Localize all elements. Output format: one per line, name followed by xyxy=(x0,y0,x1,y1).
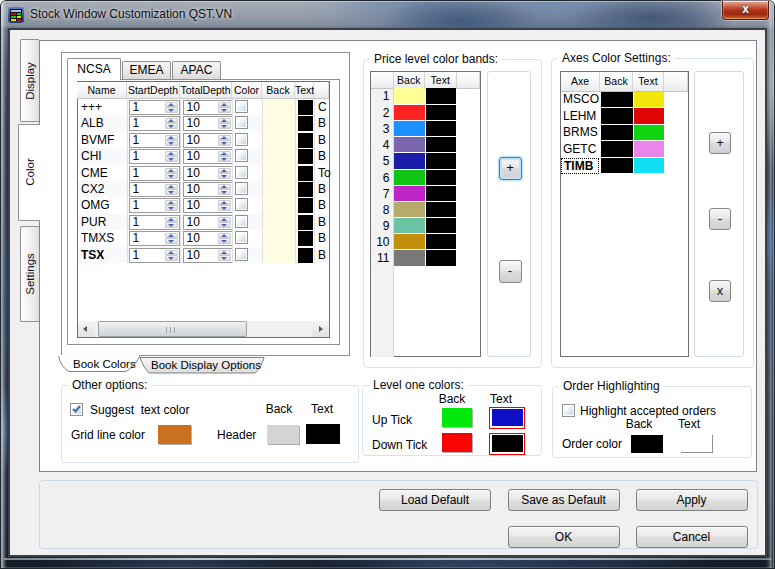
svg-text:Book Colors: Book Colors xyxy=(73,358,136,370)
svg-text:Book Display Options: Book Display Options xyxy=(151,359,261,371)
